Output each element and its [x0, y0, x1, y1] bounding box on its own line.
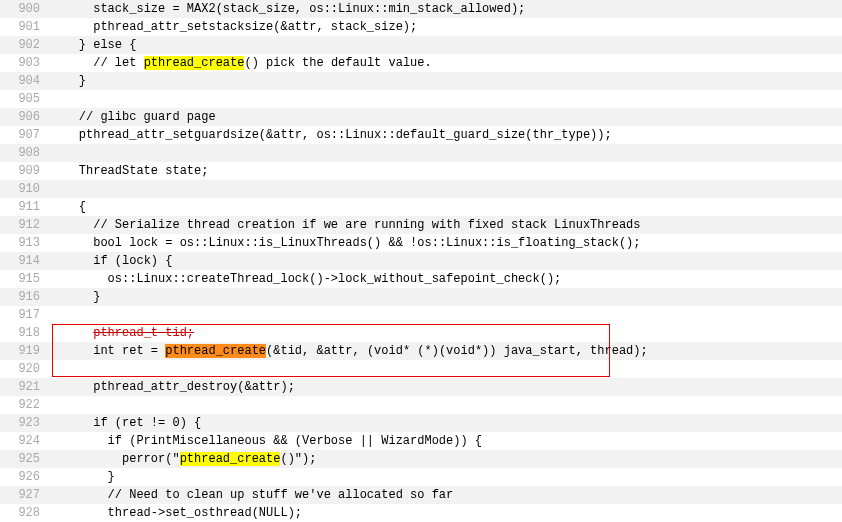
- code-text: } else {: [79, 38, 137, 52]
- line-number: 926: [0, 468, 50, 486]
- code-text: pthread_attr_destroy(&attr);: [93, 380, 295, 394]
- code-content: pthread_t tid;: [50, 324, 842, 342]
- code-line: 921 pthread_attr_destroy(&attr);: [0, 378, 842, 396]
- line-number: 901: [0, 18, 50, 36]
- code-content: bool lock = os::Linux::is_LinuxThreads()…: [50, 234, 842, 252]
- code-text: pthread_attr_setguardsize(&attr, os::Lin…: [79, 128, 612, 142]
- code-line: 922: [0, 396, 842, 414]
- code-line: 906 // glibc guard page: [0, 108, 842, 126]
- code-content: os::Linux::createThread_lock()->lock_wit…: [50, 270, 842, 288]
- highlighted-text: pthread_create: [165, 344, 266, 358]
- line-number: 920: [0, 360, 50, 378]
- code-content: stack_size = MAX2(stack_size, os::Linux:…: [50, 0, 842, 18]
- code-line: 919 int ret = pthread_create(&tid, &attr…: [0, 342, 842, 360]
- code-line: 909 ThreadState state;: [0, 162, 842, 180]
- code-text: if (ret != 0) {: [93, 416, 201, 430]
- code-line: 914 if (lock) {: [0, 252, 842, 270]
- code-line: 924 if (PrintMiscellaneous && (Verbose |…: [0, 432, 842, 450]
- code-text: (&tid, &attr, (void* (*)(void*)) java_st…: [266, 344, 648, 358]
- line-number: 902: [0, 36, 50, 54]
- code-text: }: [79, 74, 86, 88]
- code-content: {: [50, 198, 842, 216]
- line-number: 923: [0, 414, 50, 432]
- code-line: 901 pthread_attr_setstacksize(&attr, sta…: [0, 18, 842, 36]
- code-content: ThreadState state;: [50, 162, 842, 180]
- code-line: 913 bool lock = os::Linux::is_LinuxThrea…: [0, 234, 842, 252]
- line-number: 928: [0, 504, 50, 522]
- code-text: // let: [93, 56, 143, 70]
- highlighted-text: pthread_create: [144, 56, 245, 70]
- line-number: 915: [0, 270, 50, 288]
- code-line: 907 pthread_attr_setguardsize(&attr, os:…: [0, 126, 842, 144]
- code-content: [50, 180, 842, 198]
- code-text: // Serialize thread creation if we are r…: [93, 218, 640, 232]
- line-number: 913: [0, 234, 50, 252]
- line-number: 925: [0, 450, 50, 468]
- code-text: }: [108, 470, 115, 484]
- code-line: 916 }: [0, 288, 842, 306]
- line-number: 918: [0, 324, 50, 342]
- code-content: if (ret != 0) {: [50, 414, 842, 432]
- code-content: // Serialize thread creation if we are r…: [50, 216, 842, 234]
- code-content: // glibc guard page: [50, 108, 842, 126]
- code-listing: 900 stack_size = MAX2(stack_size, os::Li…: [0, 0, 842, 522]
- line-number: 921: [0, 378, 50, 396]
- code-line: 925 perror("pthread_create()");: [0, 450, 842, 468]
- code-text: ThreadState state;: [79, 164, 209, 178]
- code-text: perror(": [122, 452, 180, 466]
- code-content: if (lock) {: [50, 252, 842, 270]
- code-text: thread->set_osthread(NULL);: [108, 506, 302, 520]
- code-line: 908: [0, 144, 842, 162]
- line-number: 922: [0, 396, 50, 414]
- line-number: 908: [0, 144, 50, 162]
- code-content: } else {: [50, 36, 842, 54]
- code-line: 912 // Serialize thread creation if we a…: [0, 216, 842, 234]
- code-line: 902 } else {: [0, 36, 842, 54]
- line-number: 917: [0, 306, 50, 324]
- code-line: 903 // let pthread_create() pick the def…: [0, 54, 842, 72]
- line-number: 924: [0, 432, 50, 450]
- line-number: 919: [0, 342, 50, 360]
- code-content: }: [50, 468, 842, 486]
- code-content: [50, 396, 842, 414]
- code-line: 923 if (ret != 0) {: [0, 414, 842, 432]
- code-content: [50, 306, 842, 324]
- code-text: bool lock = os::Linux::is_LinuxThreads()…: [93, 236, 640, 250]
- code-line: 928 thread->set_osthread(NULL);: [0, 504, 842, 522]
- code-text: {: [79, 200, 86, 214]
- code-line: 910: [0, 180, 842, 198]
- line-number: 903: [0, 54, 50, 72]
- code-text: () pick the default value.: [244, 56, 431, 70]
- line-number: 904: [0, 72, 50, 90]
- code-content: // let pthread_create() pick the default…: [50, 54, 842, 72]
- code-content: [50, 90, 842, 108]
- code-content: int ret = pthread_create(&tid, &attr, (v…: [50, 342, 842, 360]
- code-line: 920: [0, 360, 842, 378]
- code-content: pthread_attr_setguardsize(&attr, os::Lin…: [50, 126, 842, 144]
- code-text: }: [93, 290, 100, 304]
- code-line: 917: [0, 306, 842, 324]
- code-content: // Need to clean up stuff we've allocate…: [50, 486, 842, 504]
- code-content: }: [50, 72, 842, 90]
- code-content: [50, 360, 842, 378]
- code-text: os::Linux::createThread_lock()->lock_wit…: [108, 272, 562, 286]
- code-content: [50, 144, 842, 162]
- code-content: thread->set_osthread(NULL);: [50, 504, 842, 522]
- code-text: stack_size = MAX2(stack_size, os::Linux:…: [93, 2, 525, 16]
- code-content: perror("pthread_create()");: [50, 450, 842, 468]
- code-text: if (PrintMiscellaneous && (Verbose || Wi…: [108, 434, 482, 448]
- code-text: // Need to clean up stuff we've allocate…: [108, 488, 454, 502]
- code-text: if (lock) {: [93, 254, 172, 268]
- code-text: pthread_attr_setstacksize(&attr, stack_s…: [93, 20, 417, 34]
- code-line: 900 stack_size = MAX2(stack_size, os::Li…: [0, 0, 842, 18]
- line-number: 907: [0, 126, 50, 144]
- code-line: 915 os::Linux::createThread_lock()->lock…: [0, 270, 842, 288]
- line-number: 910: [0, 180, 50, 198]
- highlighted-text: pthread_create: [180, 452, 281, 466]
- code-line: 927 // Need to clean up stuff we've allo…: [0, 486, 842, 504]
- code-line: 904 }: [0, 72, 842, 90]
- code-line: 911 {: [0, 198, 842, 216]
- code-content: }: [50, 288, 842, 306]
- code-text: int ret =: [93, 344, 165, 358]
- line-number: 906: [0, 108, 50, 126]
